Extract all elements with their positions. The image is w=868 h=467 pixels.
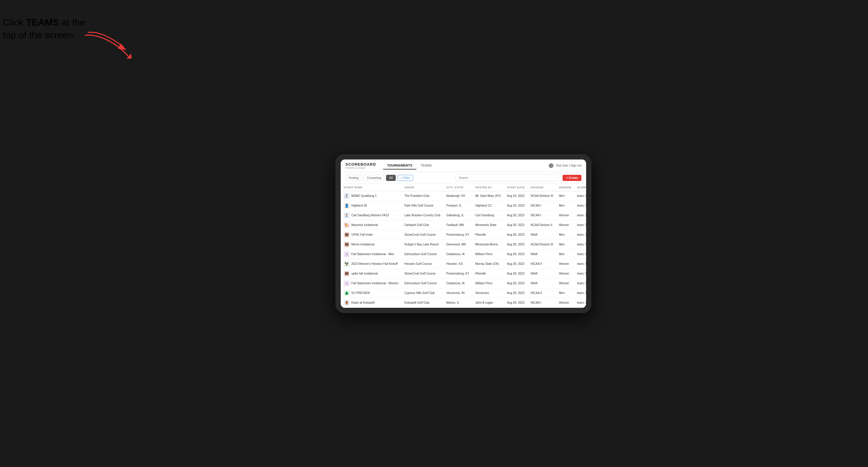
cell-scoring: team, Stroke Play xyxy=(574,298,586,308)
event-name-text: MSMC Qualifying 1 xyxy=(351,194,377,197)
event-name-text: Fall Statesmen Invitational - Women xyxy=(351,282,398,285)
col-city: CITY, STATE xyxy=(443,184,472,191)
table-row: 🏌 Carl Sandburg Women FA23 Lake Bracken … xyxy=(341,210,586,220)
toolbar: Hosting Competing All ≡ Filter + Create xyxy=(341,172,586,184)
event-icon: ⚔ xyxy=(344,251,349,257)
cell-scoring: team, Stroke Play xyxy=(574,230,586,240)
event-icon: 🐻 xyxy=(344,242,349,247)
col-scoring: SCORING xyxy=(574,184,586,191)
table-row: 🐻 UPKE Fall Invite StoneCrest Golf Cours… xyxy=(341,230,586,240)
cell-city: Prestonsburg, KY xyxy=(443,269,472,278)
cell-event-name: 🏌 MSMC Qualifying 1 xyxy=(341,191,401,201)
gear-icon[interactable] xyxy=(549,163,554,168)
competing-button[interactable]: Competing xyxy=(364,175,384,181)
table-header-row: EVENT NAME VENUE CITY, STATE HOSTED BY S… xyxy=(341,184,586,191)
cell-scoring: team, Stroke Play xyxy=(574,259,586,269)
event-name-text: Highland 36 xyxy=(351,204,367,207)
cell-scoring: team, Stroke Play xyxy=(574,269,586,278)
col-gender: GENDER xyxy=(556,184,575,191)
event-name-text: Klash at Kokopelli xyxy=(351,301,375,304)
cell-city: Vincennes, IN xyxy=(443,288,472,298)
cell-date: Aug 28, 2023 xyxy=(504,240,528,249)
cell-event-name: 🦅 2023 Women's Hesston Fall Kickoff xyxy=(341,259,401,269)
cell-city: Newburgh, NY xyxy=(443,191,472,201)
event-name-text: Carl Sandburg Women FA23 xyxy=(351,214,389,217)
cell-event-name: 🐎 Maverick Invitational xyxy=(341,220,401,230)
cell-gender: Women xyxy=(556,259,575,269)
table-row: 🦅 2023 Women's Hesston Fall Kickoff Hess… xyxy=(341,259,586,269)
event-name-text: 2023 Women's Hesston Fall Kickoff xyxy=(351,262,398,266)
cell-event-name: 🐻 Morris Invitational xyxy=(341,240,401,249)
cell-division: NICAA II xyxy=(528,288,556,298)
tablet-frame: SCOREBOARD Powered by Clippit TOURNAMENT… xyxy=(335,154,591,313)
nav-teams[interactable]: TEAMS xyxy=(416,162,436,169)
all-button[interactable]: All xyxy=(386,175,396,181)
filter-button[interactable]: ≡ Filter xyxy=(398,175,413,181)
event-name-text: VU PREVIEW xyxy=(351,291,370,294)
cell-hosted: Vincennes xyxy=(472,288,504,298)
cell-division: NAIA xyxy=(528,278,556,288)
cell-city: Marion, IL xyxy=(443,298,472,308)
cell-hosted: Pikeville xyxy=(472,269,504,278)
cell-gender: Men xyxy=(556,249,575,259)
table-row: 🏌 MSMC Qualifying 1 The Powelton Club Ne… xyxy=(341,191,586,201)
tournament-table: EVENT NAME VENUE CITY, STATE HOSTED BY S… xyxy=(341,184,586,308)
cell-gender: Men xyxy=(556,230,575,240)
cell-division: NAIA xyxy=(528,269,556,278)
cell-city: Oskaloosa, IA xyxy=(443,249,472,259)
event-name-text: Morris Invitational xyxy=(351,243,374,246)
nav-links: TOURNAMENTS TEAMS xyxy=(383,162,549,169)
table-row: 👤 Highland 36 Park Hills Golf Course Fre… xyxy=(341,201,586,210)
cell-hosted: Highland CC xyxy=(472,201,504,210)
cell-gender: Women xyxy=(556,210,575,220)
cell-division: NAIA xyxy=(528,249,556,259)
cell-scoring: team, Stroke Play xyxy=(574,288,586,298)
table-row: 🌲 VU PREVIEW Cypress Hills Golf Club Vin… xyxy=(341,288,586,298)
cell-event-name: 🏌 Carl Sandburg Women FA23 xyxy=(341,210,401,220)
cell-gender: Men xyxy=(556,191,575,201)
cell-event-name: ⚔ Fall Statesmen Invitational - Women xyxy=(341,278,401,288)
cell-date: Aug 26, 2023 xyxy=(504,210,528,220)
user-info: Test User | Sign out xyxy=(556,164,581,167)
cell-hosted: Minnesota-Morris xyxy=(472,240,504,249)
event-name-text: UPKE Fall Invite xyxy=(351,233,373,236)
event-icon: 🦅 xyxy=(344,261,349,267)
cell-hosted: William Penn xyxy=(472,249,504,259)
cell-venue: StoneCrest Golf Course xyxy=(401,269,443,278)
cell-division: NAIA xyxy=(528,230,556,240)
cell-division: NICAA I xyxy=(528,201,556,210)
table-row: ⚔ Fall Statesmen Invitational - Men Edmu… xyxy=(341,249,586,259)
col-date: START DATE xyxy=(504,184,528,191)
search-input[interactable] xyxy=(456,175,558,181)
event-name-text: Fall Statesmen Invitational - Men xyxy=(351,252,394,256)
logo-title: SCOREBOARD xyxy=(345,162,376,166)
event-icon: 🏺 xyxy=(344,300,349,306)
cell-gender: Women xyxy=(556,269,575,278)
cell-venue: Park Hills Golf Course xyxy=(401,201,443,210)
table-row: 🐻 Morris Invitational Ruttger's Bay Lake… xyxy=(341,240,586,249)
event-icon: 👤 xyxy=(344,203,349,209)
cell-date: Aug 28, 2023 xyxy=(504,249,528,259)
nav-bar: SCOREBOARD Powered by Clippit TOURNAMENT… xyxy=(341,159,586,172)
table-row: 🐎 Maverick Invitational Faribault Golf C… xyxy=(341,220,586,230)
cell-scoring: team, Stroke Play xyxy=(574,249,586,259)
cell-city: Prestonsburg, KY xyxy=(443,230,472,240)
cell-gender: Men xyxy=(556,240,575,249)
cell-event-name: ⚔ Fall Statesmen Invitational - Men xyxy=(341,249,401,259)
cell-event-name: 🌲 VU PREVIEW xyxy=(341,288,401,298)
logo-area: SCOREBOARD Powered by Clippit xyxy=(345,162,376,169)
search-box xyxy=(456,175,558,181)
cell-division: NICAA I xyxy=(528,210,556,220)
cell-division: NCAA Division III xyxy=(528,191,556,201)
cell-date: Aug 28, 2023 xyxy=(504,259,528,269)
event-icon: 🏌 xyxy=(344,193,349,199)
event-icon: 🏌 xyxy=(344,213,349,218)
event-icon: 🐻 xyxy=(344,232,349,238)
cell-date: Aug 28, 2023 xyxy=(504,269,528,278)
cell-city: Galesburg, IL xyxy=(443,210,472,220)
hosting-button[interactable]: Hosting xyxy=(345,175,362,181)
cell-hosted: Pikeville xyxy=(472,230,504,240)
create-button[interactable]: + Create xyxy=(563,175,581,181)
nav-tournaments[interactable]: TOURNAMENTS xyxy=(383,162,416,169)
event-name-text: upike fall invitational xyxy=(351,272,378,275)
